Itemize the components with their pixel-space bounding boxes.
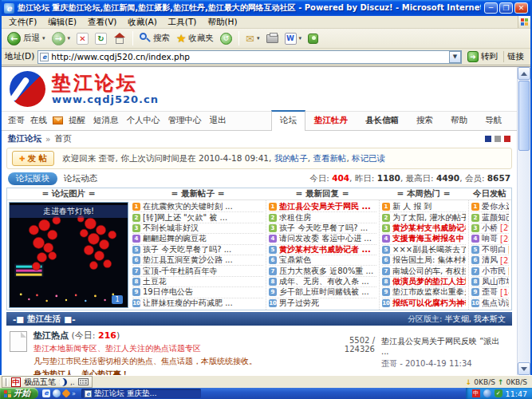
- list-item[interactable]: 5 孩子 今天吃早餐了吗? ...: [132, 245, 263, 255]
- poster-name[interactable]: 焦点访谈: [482, 298, 509, 309]
- list-item[interactable]: 10 报纸可以化腐朽为神奇 ...: [382, 298, 466, 309]
- list-item[interactable]: 7 南城公司的车, 有权挂 ...: [382, 266, 466, 276]
- list-item[interactable]: 9 乡干部上班时间赌钱被 ...: [269, 287, 376, 298]
- nav-tab[interactable]: 县长信箱: [357, 111, 408, 130]
- list-item[interactable]: 2 蓝颜知己[29]: [471, 212, 509, 223]
- hot-title[interactable]: 为了太阳, 灌水的帖子 ...: [392, 212, 466, 223]
- forum-dynamics-tab[interactable]: 论坛动态: [64, 173, 309, 184]
- list-item[interactable]: 5 黄沙某村支书威胁记者 ...: [269, 245, 376, 255]
- nav-tab[interactable]: 导航: [476, 111, 510, 130]
- list-item[interactable]: 6 报告国土局: 集体村村 ...: [382, 255, 466, 266]
- scroll-thumb[interactable]: [518, 81, 530, 151]
- poster-name[interactable]: 凤山市场: [482, 277, 509, 287]
- new-post-button[interactable]: ✚ 发 帖: [12, 151, 54, 166]
- quicklaunch-ie-icon[interactable]: e: [42, 389, 50, 397]
- ime-grip[interactable]: [6, 378, 8, 386]
- nav-tab[interactable]: 垫江牡丹: [305, 111, 357, 130]
- scroll-track[interactable]: [518, 152, 530, 362]
- post-title[interactable]: 宝顶-千年杜鹃百年寺: [143, 266, 218, 276]
- forward-button[interactable]: → ▾: [49, 31, 73, 46]
- post-title[interactable]: 在抗震救灾的关键时刻 ...: [143, 202, 233, 212]
- ime-fullhalf-icon[interactable]: [59, 378, 67, 386]
- messenger-button[interactable]: [305, 33, 321, 45]
- nav-tab[interactable]: 论坛: [271, 110, 305, 131]
- forum-photo[interactable]: 走进春节灯饰!: [9, 202, 128, 308]
- mail-button[interactable]: ✉ ▾: [243, 32, 262, 45]
- welcome-link[interactable]: 标记已读: [346, 153, 385, 163]
- list-item[interactable]: 3 黄沙某村支书威胁记者 ...: [382, 223, 466, 234]
- moderators-names[interactable]: 半支烟, 我本斯文: [445, 314, 506, 323]
- hot-title[interactable]: 南城公司的车, 有权挂 ...: [392, 266, 466, 276]
- hot-title[interactable]: ×××副县长喝茶去了: [392, 245, 466, 255]
- back-button[interactable]: ← 后退 ▾: [5, 31, 48, 46]
- history-button[interactable]: ↺: [218, 32, 234, 45]
- list-item[interactable]: 4 请问发改委 客运中心进 ...: [269, 234, 376, 244]
- site-logo-icon[interactable]: [10, 71, 45, 107]
- post-title[interactable]: 让胖妹狂瘦的中药减肥 ...: [143, 298, 233, 309]
- section-band[interactable]: -■ 垫江生活 ■- 分区版主: 半支烟, 我本斯文: [6, 312, 512, 326]
- list-item[interactable]: 5 不明白[27]: [471, 245, 509, 255]
- poster-name[interactable]: 响哥: [482, 234, 498, 244]
- go-button[interactable]: ➜ 转到: [465, 51, 500, 62]
- ime-keyboard-icon[interactable]: [78, 378, 89, 385]
- stop-button[interactable]: ✕: [74, 32, 91, 45]
- poster-name[interactable]: 歪哥: [482, 287, 498, 298]
- list-item[interactable]: 6 清风[22]: [471, 255, 509, 266]
- list-item[interactable]: 9 垫江市政监察出重拳关 ...: [382, 287, 466, 298]
- home-button[interactable]: [111, 32, 128, 45]
- vertical-scrollbar[interactable]: [517, 67, 530, 375]
- quicklaunch-app-icon[interactable]: [53, 389, 61, 397]
- tray-security-icon[interactable]: ✓: [495, 389, 502, 397]
- user-nav-link[interactable]: 短消息: [93, 115, 119, 126]
- ime-language-bar[interactable]: 中 极品五笔 ,.: [2, 376, 93, 388]
- last-post-title[interactable]: 垫江县公安局关于网民反映 “派出 ...: [381, 336, 509, 356]
- list-item[interactable]: 9 歪哥[14]: [471, 287, 509, 298]
- taskbar-task-button[interactable]: e 垫江论坛 重庆垫...: [81, 389, 201, 398]
- menu-item[interactable]: 查看(V): [82, 17, 122, 28]
- poster-name[interactable]: 小市民: [482, 266, 506, 276]
- list-item[interactable]: 3 不到长城非好汉: [132, 223, 263, 234]
- section-title[interactable]: 垫江生活: [27, 314, 61, 325]
- address-dropdown-icon[interactable]: ▼: [449, 51, 461, 63]
- reply-title[interactable]: 求租住房: [279, 212, 311, 223]
- ime-name[interactable]: 极品五笔: [24, 377, 56, 388]
- post-title[interactable]: 垫江县五洞至黄沙公路 ...: [143, 255, 233, 266]
- post-title[interactable]: 孩子 今天吃早餐了吗? ...: [143, 245, 231, 255]
- user-nav-link[interactable]: 个人中心: [127, 115, 160, 126]
- list-item[interactable]: 1 新 人 报 到: [382, 202, 466, 212]
- list-item[interactable]: 2 [转]网上还 "欠款" 被 ...: [132, 212, 263, 223]
- tray-clock[interactable]: 11:47: [506, 389, 527, 398]
- tray-app-icon[interactable]: 中: [472, 389, 480, 397]
- user-nav-link[interactable]: 提醒: [69, 115, 85, 126]
- list-item[interactable]: 3 小桥[29]: [471, 223, 509, 234]
- print-button[interactable]: [264, 34, 281, 44]
- title-bar[interactable]: e 垫江论坛 重庆垫江论坛,垫江新闻,垫江摄影,垫江牡丹,垫江最大的网络互动社区…: [2, 0, 530, 16]
- forum-name[interactable]: 垫江热点: [33, 330, 69, 341]
- list-item[interactable]: 2 求租住房: [269, 212, 376, 223]
- maximize-button[interactable]: ❐: [499, 2, 513, 14]
- photo-pager[interactable]: 1: [112, 295, 123, 304]
- reply-title[interactable]: 黄沙某村支书威胁记者 ...: [279, 245, 371, 255]
- list-item[interactable]: 7 压力大熬夜多 近80%重 ...: [269, 266, 376, 276]
- post-title[interactable]: 翩翩起舞的豌豆花: [143, 234, 207, 244]
- list-item[interactable]: 6 宝鼎紫色: [269, 255, 376, 266]
- scroll-up-button[interactable]: [518, 67, 530, 80]
- poster-name[interactable]: 爱你永远: [482, 202, 509, 212]
- quicklaunch-more-icon[interactable]: »: [72, 390, 76, 397]
- ime-lang-icon[interactable]: 中: [11, 377, 21, 387]
- list-item[interactable]: 9 19日停电公告: [132, 287, 263, 298]
- list-item[interactable]: 10 让胖妹狂瘦的中药减肥 ...: [132, 298, 263, 309]
- list-item[interactable]: 8 做演员梦的垫江人注意 ...: [382, 277, 466, 287]
- reply-title[interactable]: 垫江县公安局关于网民 ...: [279, 202, 371, 212]
- list-item[interactable]: 4 支援青海玉树报名中: [382, 234, 466, 244]
- reply-title[interactable]: 成年、无房、有收入条 ...: [279, 277, 369, 287]
- list-item[interactable]: 1 爱你永远[44]: [471, 202, 509, 212]
- post-title[interactable]: [转]网上还 "欠款" 被 ...: [143, 212, 227, 223]
- tray-messenger-icon[interactable]: [483, 389, 491, 397]
- list-item[interactable]: 10 男子过劳死: [269, 298, 376, 309]
- hot-title[interactable]: 报纸可以化腐朽为神奇 ...: [392, 298, 466, 309]
- list-item[interactable]: 3 孩子 今天吃早餐了吗? ...: [269, 223, 376, 234]
- poster-name[interactable]: 清风: [482, 255, 498, 266]
- reply-title[interactable]: 请问发改委 客运中心进 ...: [279, 234, 372, 244]
- hot-title[interactable]: 报告国土局: 集体村村 ...: [392, 255, 466, 266]
